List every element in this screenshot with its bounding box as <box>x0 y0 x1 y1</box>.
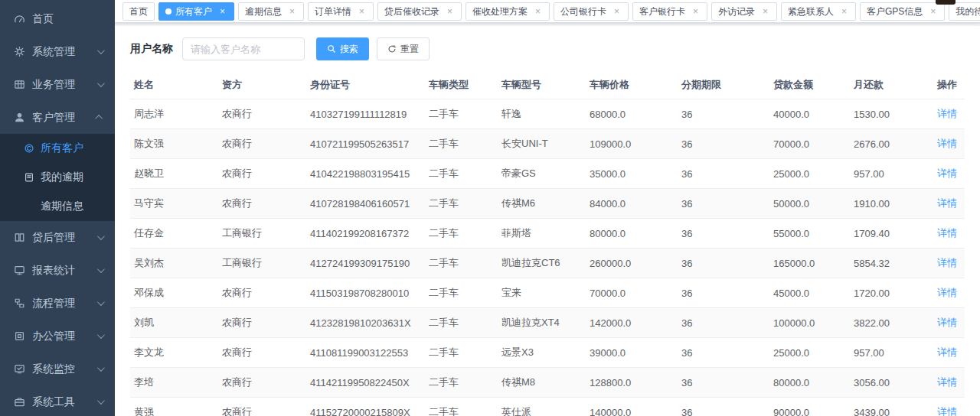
close-icon[interactable]: × <box>839 6 849 16</box>
table-cell: 轩逸 <box>498 99 586 129</box>
table-cell-actions: 详情 <box>919 129 965 159</box>
table-row: 周志洋农商行410327199111112819二手车轩逸68000.03640… <box>130 99 965 129</box>
grid-icon <box>14 79 25 90</box>
detail-link[interactable]: 详情 <box>937 108 957 119</box>
table-cell: 工商银行 <box>218 219 306 249</box>
sidebar-item-all-customers[interactable]: 所有客户 <box>0 134 115 163</box>
detail-link[interactable]: 详情 <box>937 138 957 149</box>
monitor-icon <box>14 363 25 375</box>
app-window: 首页系统管理业务管理客户管理所有客户我的逾期逾期信息贷后管理报表统计流程管理办公… <box>0 0 980 416</box>
tab-label: 紧急联系人 <box>788 2 834 21</box>
detail-link[interactable]: 详情 <box>937 287 957 298</box>
sidebar-item-system-mgmt[interactable]: 系统管理 <box>0 35 115 68</box>
table-cell: 农商行 <box>218 99 306 129</box>
tab-overdue-info[interactable]: 逾期信息× <box>238 2 304 21</box>
table-cell: 36 <box>678 338 769 368</box>
tab-collection-plan[interactable]: 催收处理方案× <box>466 2 550 21</box>
table-row: 陈文强农商行410721199505263517二手车长安UNI-T109000… <box>130 129 965 159</box>
table-cell: 957.00 <box>850 338 919 368</box>
sidebar-item-system-tools[interactable]: 系统工具 <box>0 385 115 416</box>
close-icon[interactable]: × <box>217 6 227 16</box>
table-cell: 70000.0 <box>586 278 678 308</box>
table-cell: 二手车 <box>425 308 498 338</box>
sidebar-item-my-overdue[interactable]: 我的逾期 <box>0 163 115 192</box>
close-icon[interactable]: × <box>357 6 367 16</box>
tab-order-detail[interactable]: 订单详情× <box>308 2 374 21</box>
column-header: 车辆价格 <box>586 72 678 99</box>
close-icon[interactable]: × <box>612 6 622 16</box>
sidebar-item-system-monitor[interactable]: 系统监控 <box>0 353 115 385</box>
table-cell: 165000.0 <box>769 249 850 278</box>
tab-emergency-contact[interactable]: 紧急联系人× <box>781 2 856 21</box>
table-cell: 25000.0 <box>769 159 850 189</box>
sidebar-item-label: 我的逾期 <box>41 171 83 184</box>
close-icon[interactable]: × <box>533 6 543 16</box>
close-icon[interactable]: × <box>691 6 701 16</box>
search-button[interactable]: 搜索 <box>316 37 369 60</box>
tab-company-bank-card[interactable]: 公司银行卡× <box>554 2 629 21</box>
sidebar-item-process-mgmt[interactable]: 流程管理 <box>0 287 115 320</box>
detail-link[interactable]: 详情 <box>937 257 957 268</box>
notebook-icon <box>24 172 34 183</box>
tab-my-todo[interactable]: 我的待办× <box>949 2 980 21</box>
table-cell: 传祺M6 <box>498 189 586 219</box>
table-cell: 任存金 <box>130 219 218 249</box>
close-icon[interactable]: × <box>287 6 297 16</box>
table-cell: 36 <box>678 249 769 278</box>
table-cell: 帝豪GS <box>498 159 586 189</box>
detail-link[interactable]: 详情 <box>937 167 957 179</box>
detail-link[interactable]: 详情 <box>937 197 957 209</box>
tab-visit-record[interactable]: 外访记录× <box>711 2 777 21</box>
table-cell: 二手车 <box>425 219 498 249</box>
sidebar-item-label: 系统监控 <box>32 362 97 376</box>
table-cell: 宝来 <box>498 278 586 308</box>
table-cell: 凯迪拉克XT4 <box>498 308 586 338</box>
table-cell: 远景X3 <box>498 338 586 368</box>
table-header-row: 姓名资方身份证号车辆类型车辆型号车辆价格分期期限贷款金额月还款操作 <box>130 72 965 99</box>
table-cell: 马守宾 <box>130 189 218 219</box>
detail-link[interactable]: 详情 <box>937 227 957 239</box>
sidebar-item-label: 业务管理 <box>32 78 97 92</box>
close-icon[interactable]: × <box>760 6 770 16</box>
main-area: 首页所有客户×逾期信息×订单详情×贷后催收记录×催收处理方案×公司银行卡×客户银… <box>115 0 980 416</box>
detail-link[interactable]: 详情 <box>937 317 957 328</box>
detail-link[interactable]: 详情 <box>937 376 957 388</box>
table-cell: 41232819810203631X <box>306 308 425 338</box>
close-icon[interactable]: × <box>928 6 938 16</box>
sidebar-item-overdue-info[interactable]: 逾期信息 <box>0 192 115 221</box>
tab-label: 公司银行卡 <box>560 2 606 21</box>
table-cell-actions: 详情 <box>919 338 965 368</box>
tab-customer-bank-card[interactable]: 客户银行卡× <box>632 2 707 21</box>
customers-table: 姓名资方身份证号车辆类型车辆型号车辆价格分期期限贷款金额月还款操作 周志洋农商行… <box>130 72 965 416</box>
chevron-down-icon <box>97 364 105 372</box>
sidebar-item-label: 贷后管理 <box>32 231 97 245</box>
reset-button[interactable]: 重置 <box>377 37 430 60</box>
sidebar-item-office-mgmt[interactable]: 办公管理 <box>0 320 115 353</box>
sidebar-item-label: 客户管理 <box>32 111 97 125</box>
table-cell: 农商行 <box>218 398 306 416</box>
sidebar-item-home[interactable]: 首页 <box>0 2 115 35</box>
tab-home[interactable]: 首页 <box>122 2 155 21</box>
sidebar-item-business-mgmt[interactable]: 业务管理 <box>0 68 115 101</box>
detail-link[interactable]: 详情 <box>937 346 957 358</box>
sidebar-item-report-stats[interactable]: 报表统计 <box>0 254 115 287</box>
sidebar-item-customer-mgmt[interactable]: 客户管理 <box>0 101 115 134</box>
sidebar-item-label: 报表统计 <box>32 264 97 278</box>
table-cell: 36 <box>678 368 769 398</box>
customer-name-input[interactable] <box>182 37 305 60</box>
tab-label: 外访记录 <box>718 2 755 21</box>
tab-all-customers[interactable]: 所有客户× <box>158 2 234 21</box>
table-cell-actions: 详情 <box>919 278 965 308</box>
table-cell: 70000.0 <box>769 129 850 159</box>
table-cell: 长安UNI-T <box>498 129 586 159</box>
table-cell: 25000.0 <box>769 338 850 368</box>
detail-link[interactable]: 详情 <box>937 406 957 416</box>
table-cell: 菲斯塔 <box>498 219 586 249</box>
table-cell: 陈文强 <box>130 129 218 159</box>
tab-label: 所有客户 <box>175 2 212 21</box>
sidebar-item-loan-mgmt[interactable]: 贷后管理 <box>0 221 115 254</box>
tab-customer-gps-info[interactable]: 客户GPS信息× <box>860 2 945 21</box>
chevron-down-icon <box>97 232 105 240</box>
tab-post-loan-collection-record[interactable]: 贷后催收记录× <box>377 2 462 21</box>
close-icon[interactable]: × <box>445 6 455 16</box>
